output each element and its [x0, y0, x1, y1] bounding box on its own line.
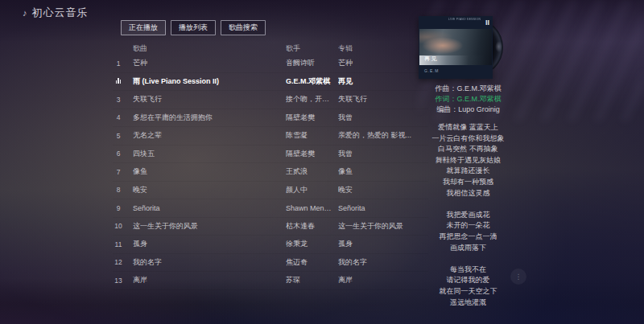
song-title: 无名之辈: [124, 130, 286, 141]
column-header-artist: 歌手: [286, 43, 338, 54]
row-index: 12: [113, 258, 124, 266]
song-title: 我的名字: [124, 257, 286, 268]
song-title: 孤身: [124, 239, 286, 249]
lyric-line: 爱情就像 蓝蓝天上: [402, 122, 534, 133]
row-index: [113, 77, 124, 85]
app-title: 初心云音乐: [32, 6, 89, 20]
song-title: 芒种: [124, 58, 286, 68]
lyric-line: 舞鞋终于遇见灰姑娘: [402, 155, 534, 166]
view-tab-button[interactable]: 正在播放: [121, 20, 166, 35]
song-artist: 颜人中: [286, 185, 338, 195]
lyric-line: [402, 253, 534, 265]
vertical-dots-icon: ⋮: [515, 273, 522, 281]
album-cover-photo: 再见: [419, 29, 492, 65]
song-title: 离岸: [124, 275, 286, 285]
song-artist: 接个吻，开一枪: [286, 94, 338, 105]
playlist-rows: 1 芒种 音阙诗听 芒种 雨 (Live Piano Session II) G…: [113, 55, 428, 290]
music-note-icon: ♪: [23, 8, 28, 18]
song-title: 失联飞行: [124, 94, 286, 105]
lyric-line: 白马突然 不再抽象: [402, 144, 534, 155]
table-row[interactable]: 1 芒种 音阙诗听 芒种: [113, 55, 428, 73]
table-row[interactable]: 12 我的名字 焦迈奇 我的名字: [113, 254, 428, 273]
album-title-text: 再见: [424, 55, 438, 63]
lyric-line: 我相信这灵感: [402, 188, 534, 199]
row-index: 13: [113, 277, 124, 285]
song-title: 像鱼: [124, 166, 286, 177]
table-row[interactable]: 7 像鱼 王贰浪 像鱼: [113, 163, 428, 182]
row-index: 9: [113, 204, 124, 212]
song-artist: 徐秉龙: [286, 239, 338, 249]
song-title: 晚安: [124, 185, 286, 195]
row-index: 8: [113, 186, 124, 194]
table-row[interactable]: 10 这一生关于你的风景 枯木逢春 这一生关于你的风景: [113, 218, 428, 236]
row-index: 7: [113, 168, 124, 176]
lyric-line: 我却有一种预感: [402, 177, 534, 188]
lyric-line: 就算路还漫长: [402, 166, 534, 177]
table-row[interactable]: 3 失联飞行 接个吻，开一枪 失联飞行: [113, 91, 428, 109]
album-cover: LIVE PIANO SESSION II 再见 G.E.M: [419, 16, 493, 79]
song-artist: 苏琛: [286, 275, 338, 285]
song-credits: 作曲：G.E.M.邓紫棋 作词：G.E.M.邓紫棋 编曲：Lupo Groini…: [402, 84, 534, 115]
credit-line: 作词：G.E.M.邓紫棋: [402, 94, 534, 105]
song-artist: 隔壁老樊: [286, 113, 338, 123]
song-artist: 陈雪凝: [286, 130, 338, 141]
playlist-table: 歌曲 歌手 专辑 1 芒种 音阙诗听 芒种 雨 (Live Piano Sess…: [113, 42, 428, 290]
credit-line: 作曲：G.E.M.邓紫棋: [402, 84, 534, 94]
row-index: 11: [113, 240, 124, 248]
song-artist: Shawn Mendes: [286, 204, 338, 212]
credit-value: Lupo Groinig: [458, 105, 500, 113]
credit-label: 作词：: [435, 95, 456, 103]
lyric-line: 一片云白有你和我想象: [402, 133, 534, 145]
table-row[interactable]: 8 晚安 颜人中 晚安: [113, 182, 428, 200]
row-index: 1: [113, 59, 124, 68]
album-series-numeral: II: [485, 18, 489, 27]
album-artist-text: G.E.M: [424, 68, 439, 73]
credit-label: 作曲：: [435, 84, 456, 92]
column-header-song: 歌曲: [124, 43, 286, 54]
song-artist: G.E.M.邓紫棋: [286, 76, 338, 87]
credit-value: G.E.M.邓紫棋: [456, 95, 501, 103]
lyric-line: 未开的一朵花: [402, 220, 534, 232]
row-index: 3: [113, 96, 124, 104]
lyric-line: [402, 199, 534, 210]
table-row[interactable]: 6 四块五 隔壁老樊 我曾: [113, 146, 428, 164]
table-row[interactable]: 5 无名之辈 陈雪凝 亲爱的，热爱的 影视...: [113, 127, 428, 146]
song-artist: 焦迈奇: [286, 257, 338, 268]
song-album: 芒种: [338, 58, 428, 68]
scroll-indicator[interactable]: ⋮: [510, 269, 526, 285]
app-logo: ♪ 初心云音乐: [23, 6, 89, 20]
playlist-header-row: 歌曲 歌手 专辑: [113, 42, 428, 55]
now-playing-equalizer-icon: [116, 77, 122, 84]
song-artist: 隔壁老樊: [286, 149, 338, 159]
player-bar: [0, 288, 644, 324]
view-tab-button[interactable]: 播放列表: [171, 20, 216, 35]
row-index: 6: [113, 150, 124, 158]
song-artist: 枯木逢春: [286, 221, 338, 232]
credit-value: G.E.M.邓紫棋: [456, 84, 501, 92]
row-index: 10: [113, 222, 124, 230]
view-tab-button[interactable]: 歌曲搜索: [221, 20, 266, 35]
table-row[interactable]: 雨 (Live Piano Session II) G.E.M.邓紫棋 再见: [113, 73, 428, 92]
table-row[interactable]: 9 Señorita Shawn Mendes Señorita: [113, 199, 428, 218]
column-header-album: 专辑: [338, 43, 428, 54]
credit-line: 编曲：Lupo Groinig: [402, 105, 534, 115]
view-tabs: 正在播放 播放列表 歌曲搜索: [121, 20, 266, 35]
lyric-line: 再把思念一点一滴: [402, 232, 534, 243]
row-index: 5: [113, 132, 124, 140]
song-title: Señorita: [124, 204, 286, 212]
song-artist: 王贰浪: [286, 166, 338, 177]
lyric-line: 画成雨落下: [402, 243, 534, 254]
row-index: 4: [113, 113, 124, 121]
table-row[interactable]: 11 孤身 徐秉龙 孤身: [113, 236, 428, 254]
album-series-text: LIVE PIANO SESSION: [448, 18, 481, 21]
table-row[interactable]: 4 多想在平庸的生活拥抱你 隔壁老樊 我曾: [113, 109, 428, 128]
credit-label: 编曲：: [436, 105, 458, 113]
song-title: 四块五: [124, 149, 286, 159]
lyric-line: 我把爱画成花: [402, 210, 534, 221]
song-title: 多想在平庸的生活拥抱你: [124, 113, 286, 123]
song-title: 雨 (Live Piano Session II): [124, 76, 286, 87]
song-title: 这一生关于你的风景: [124, 221, 286, 232]
music-player-app: ♪ 初心云音乐 正在播放 播放列表 歌曲搜索 歌曲 歌手 专辑 1 芒种 音阙诗…: [0, 0, 644, 324]
song-artist: 音阙诗听: [286, 58, 338, 68]
